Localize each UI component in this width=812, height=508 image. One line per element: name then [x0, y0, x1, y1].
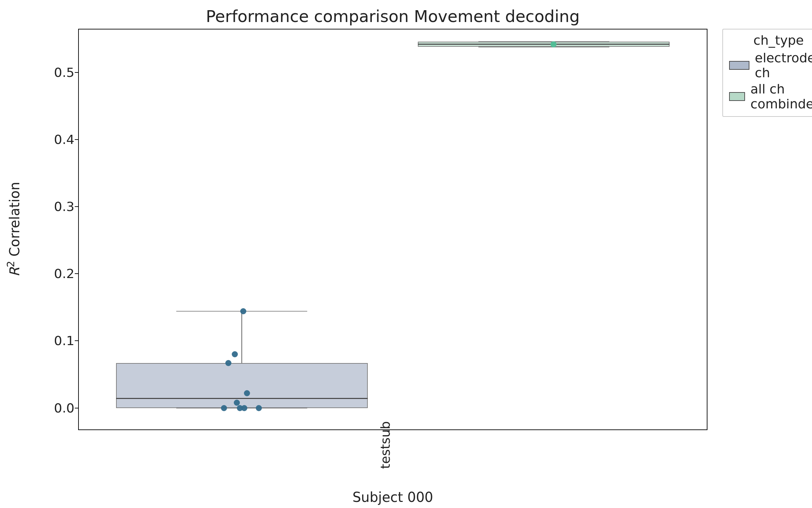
y-tick-label: 0.4	[7, 132, 74, 147]
y-axis-label: R2 Correlation	[5, 182, 22, 277]
legend-swatch-icon	[729, 92, 745, 101]
data-point	[225, 360, 231, 366]
y-tick-mark	[75, 206, 78, 207]
legend-swatch-icon	[729, 61, 749, 70]
data-point	[256, 405, 262, 411]
data-point	[221, 405, 227, 411]
y-tick-mark	[75, 139, 78, 140]
box-median	[116, 398, 368, 399]
x-tick-label: testsub	[378, 421, 393, 469]
legend-title: ch_type	[729, 33, 812, 48]
box-plot-box	[116, 363, 368, 408]
data-point	[232, 351, 238, 357]
legend-label: electrode ch	[755, 50, 812, 80]
legend-entry: all ch combinded	[729, 82, 812, 111]
y-tick-mark	[75, 72, 78, 73]
box-median	[418, 44, 670, 45]
data-point	[237, 405, 243, 411]
y-tick-label: 0.5	[7, 65, 74, 80]
y-tick-mark	[75, 273, 78, 274]
y-tick-label: 0.2	[7, 266, 74, 281]
y-tick-mark	[75, 340, 78, 341]
legend-entry: electrode ch	[729, 50, 812, 80]
y-tick-label: 0.3	[7, 199, 74, 214]
legend-label: all ch combinded	[750, 82, 812, 111]
figure: Performance comparison Movement decoding…	[0, 0, 812, 508]
x-axis-label: Subject 000	[78, 489, 707, 505]
y-tick-label: 0.0	[7, 401, 74, 416]
data-point	[550, 41, 557, 47]
y-tick-mark	[75, 408, 78, 408]
chart-title: Performance comparison Movement decoding	[78, 7, 707, 26]
legend: ch_type electrode ch all ch combinded	[722, 29, 812, 117]
data-point	[244, 390, 250, 396]
data-point	[240, 308, 246, 314]
y-tick-label: 0.1	[7, 333, 74, 348]
box-whisker	[241, 311, 242, 363]
